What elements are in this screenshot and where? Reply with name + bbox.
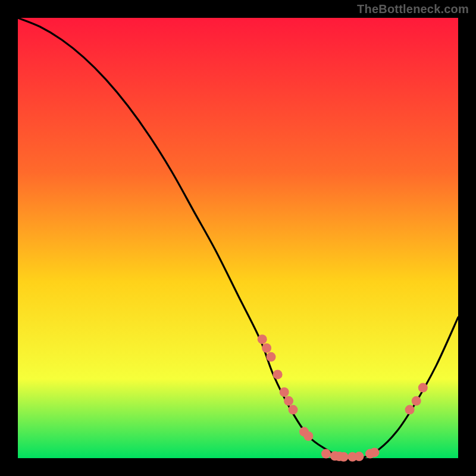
marker-right-a (405, 405, 415, 415)
marker-bottom-a (321, 449, 331, 459)
chart-stage: TheBottleneck.com (0, 0, 476, 476)
marker-left-cluster-a (258, 334, 267, 344)
marker-left-mid-c (289, 405, 298, 415)
marker-right-c (418, 383, 428, 393)
marker-left-cluster-b (262, 343, 271, 353)
marker-left-mid-b (284, 396, 293, 406)
marker-left-cluster-d (273, 369, 283, 379)
marker-left-low-b (303, 431, 313, 441)
plot-background (18, 18, 458, 458)
bottleneck-chart (0, 0, 476, 476)
marker-left-mid-a (280, 387, 289, 397)
marker-bottom-h (369, 447, 379, 457)
marker-bottom-f (355, 452, 364, 461)
marker-left-cluster-c (267, 352, 276, 362)
watermark-text: TheBottleneck.com (357, 2, 469, 16)
marker-bottom-d (339, 452, 349, 462)
marker-right-b (412, 396, 421, 406)
